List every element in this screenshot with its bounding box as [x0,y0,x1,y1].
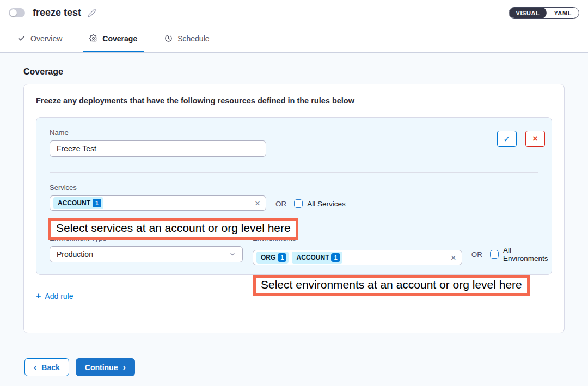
services-or-group: OR All Services [275,199,346,208]
rule-name-input[interactable] [50,140,266,157]
environments-annotation: Select environments at an account or org… [253,275,530,296]
tab-coverage[interactable]: Coverage [83,26,144,52]
rule-divider [50,172,538,173]
environment-chip-org[interactable]: ORG 1 [256,252,289,264]
visual-toggle-option[interactable]: VISUAL [509,7,547,19]
tab-label: Overview [30,34,62,43]
add-rule-label: Add rule [45,292,73,301]
all-services-label: All Services [307,200,346,208]
check-icon [17,34,26,42]
environments-or-group: OR All Environments [471,246,555,262]
services-section: Services ACCOUNT 1 × OR All Services [50,183,538,211]
service-chip-account[interactable]: ACCOUNT 1 [53,197,103,209]
add-rule-button[interactable]: + Add rule [36,291,74,301]
back-label: Back [41,363,59,372]
tab-overview[interactable]: Overview [11,26,69,52]
services-multiselect[interactable]: ACCOUNT 1 × [50,195,266,211]
tab-bar: Overview Coverage Schedule [0,26,588,53]
chip-count-badge: 1 [331,253,340,262]
freeze-rule-card: Name ✓ × Services [36,117,552,275]
continue-label: Continue [85,363,118,372]
pencil-icon [88,8,97,17]
freeze-title: freeze test [33,7,81,19]
all-environments-label: All Environments [503,246,555,262]
clear-services-icon[interactable]: × [255,199,260,208]
tab-schedule[interactable]: Schedule [158,26,216,52]
visual-yaml-toggle: VISUAL YAML [509,7,580,19]
rule-name-row: Name ✓ × [50,128,538,157]
chip-label: ORG [261,254,275,261]
back-button[interactable]: ‹ Back [24,358,69,376]
chevron-left-icon: ‹ [34,363,36,372]
gear-icon [89,34,97,42]
name-label: Name [50,128,266,137]
coverage-description: Freeze any deployments that have the fol… [36,96,552,105]
chip-count-badge: 1 [93,199,101,207]
yaml-toggle-option[interactable]: YAML [547,7,579,19]
main-content: Coverage Freeze any deployments that hav… [0,53,588,376]
environment-type-value: Production [57,250,93,259]
plus-icon: + [36,291,41,301]
chevron-right-icon: › [122,363,125,372]
or-label: OR [275,200,286,208]
services-annotation: Select services at an account or org lev… [48,218,298,240]
chip-label: ACCOUNT [58,199,90,207]
coverage-card: Freeze any deployments that have the fol… [23,84,565,333]
page-title: Coverage [23,67,565,77]
clear-environments-icon[interactable]: × [451,253,456,262]
services-label: Services [50,183,538,192]
rule-edit-actions: ✓ × [497,131,545,147]
footer-actions: ‹ Back Continue › [24,358,565,376]
all-environments-checkbox[interactable] [490,250,499,259]
edit-title-button[interactable] [88,8,97,17]
app-header: freeze test VISUAL YAML [0,0,588,26]
continue-button[interactable]: Continue › [76,358,135,376]
chip-count-badge: 1 [278,253,286,262]
environments-multiselect[interactable]: ORG 1 ACCOUNT 1 × [253,250,462,265]
chevron-down-icon [229,251,236,258]
environment-type-select[interactable]: Production [50,246,243,262]
chip-label: ACCOUNT [296,254,329,261]
check-icon: ✓ [503,134,510,144]
toggle-knob [10,9,17,16]
freeze-enable-toggle[interactable] [9,8,25,17]
environment-chip-account[interactable]: ACCOUNT 1 [292,252,342,264]
all-services-checkbox[interactable] [294,199,303,208]
tab-label: Schedule [177,34,209,43]
tab-label: Coverage [102,34,137,43]
schedule-clock-icon [164,34,173,42]
cancel-rule-button[interactable]: × [525,131,545,147]
or-label: OR [471,250,482,259]
confirm-rule-button[interactable]: ✓ [497,131,517,147]
close-icon: × [532,134,537,144]
